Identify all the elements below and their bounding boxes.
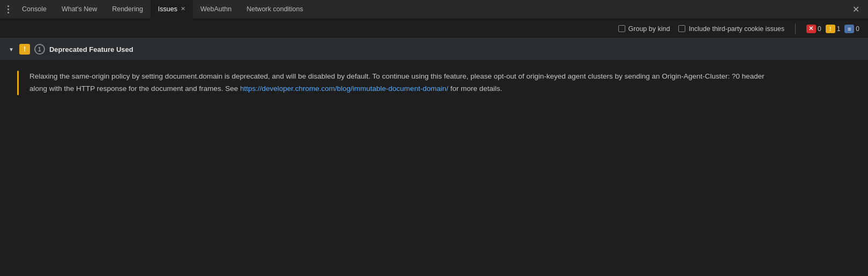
- group-by-kind-label: Group by kind: [628, 25, 670, 33]
- issues-list: ▼ ! 1 Deprecated Feature Used Relaxing t…: [0, 39, 868, 108]
- tab-bar: Console What's New Rendering Issues ✕ We…: [0, 0, 868, 19]
- include-third-party-checkbox[interactable]: [678, 25, 685, 32]
- issue-link[interactable]: https://developer.chrome.com/blog/immuta…: [240, 85, 448, 93]
- error-badge[interactable]: ✕ 0: [806, 25, 821, 33]
- issue-warning-icon: !: [19, 44, 30, 55]
- tab-issues[interactable]: Issues ✕: [151, 0, 193, 19]
- tab-webauthn[interactable]: WebAuthn: [193, 0, 239, 19]
- error-icon: ✕: [806, 25, 816, 33]
- issue-count-badge: 1: [34, 44, 45, 55]
- info-badge[interactable]: ≡ 0: [844, 25, 859, 33]
- warning-count: 1: [837, 25, 841, 33]
- tab-network-conditions[interactable]: Network conditions: [239, 0, 311, 19]
- info-icon: ≡: [844, 25, 854, 33]
- issue-body: Relaxing the same-origin policy by setti…: [0, 60, 868, 108]
- group-by-kind-toggle[interactable]: Group by kind: [618, 25, 670, 33]
- tab-rendering[interactable]: Rendering: [104, 0, 151, 19]
- expand-chevron-icon: ▼: [9, 47, 14, 52]
- issue-title: Deprecated Feature Used: [49, 45, 133, 53]
- info-count: 0: [856, 25, 859, 33]
- warning-icon: !: [826, 25, 835, 33]
- warning-badge[interactable]: ! 1: [826, 25, 841, 33]
- more-tabs-button[interactable]: [2, 5, 14, 13]
- tab-whats-new[interactable]: What's New: [54, 0, 104, 19]
- issue-description: Relaxing the same-origin policy by setti…: [29, 71, 780, 95]
- close-issues-tab[interactable]: ✕: [181, 5, 185, 12]
- include-third-party-toggle[interactable]: Include third-party cookie issues: [678, 25, 784, 33]
- close-panel-button[interactable]: ✕: [846, 4, 866, 14]
- issue-counts: ✕ 0 ! 1 ≡ 0: [806, 25, 859, 33]
- issue-severity-bar: [17, 71, 19, 95]
- toolbar-divider: [795, 24, 796, 34]
- include-third-party-label: Include third-party cookie issues: [689, 25, 784, 33]
- group-by-kind-checkbox[interactable]: [618, 25, 625, 32]
- issues-toolbar: Group by kind Include third-party cookie…: [0, 19, 868, 39]
- issue-header-deprecated-feature[interactable]: ▼ ! 1 Deprecated Feature Used: [0, 39, 868, 60]
- tab-console[interactable]: Console: [14, 0, 54, 19]
- error-count: 0: [818, 25, 821, 33]
